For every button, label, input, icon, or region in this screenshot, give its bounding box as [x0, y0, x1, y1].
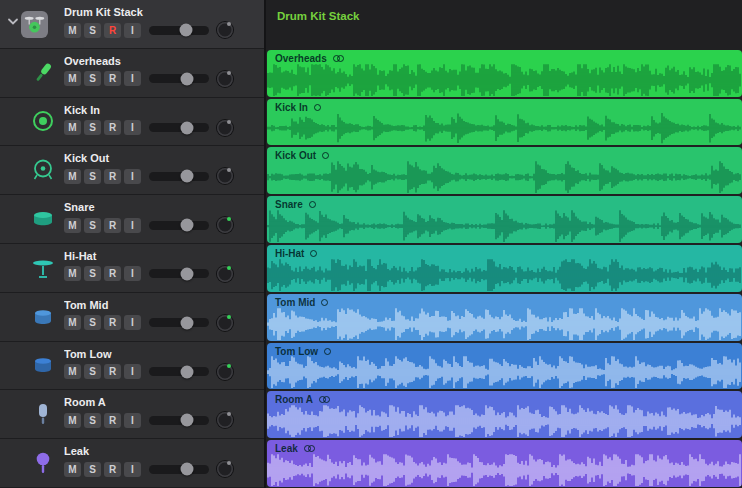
track-name[interactable]: Tom Low [64, 348, 258, 360]
pan-knob[interactable] [217, 266, 233, 282]
record-enable-button[interactable]: R [104, 71, 121, 86]
track-name[interactable]: Snare [64, 201, 258, 213]
track-name[interactable]: Tom Mid [64, 299, 258, 311]
record-enable-button[interactable]: R [104, 364, 121, 379]
track-header-kick-out[interactable]: Kick Out M S R I [0, 146, 264, 195]
solo-button[interactable]: S [84, 315, 101, 330]
input-monitor-button[interactable]: I [124, 462, 141, 477]
track-header-drum-kit-stack[interactable]: Drum Kit Stack M S R I [0, 0, 264, 49]
solo-button[interactable]: S [84, 266, 101, 281]
solo-button[interactable]: S [84, 120, 101, 135]
track-header-snare[interactable]: Snare M S R I [0, 195, 264, 244]
region-kick-in[interactable]: Kick In [267, 99, 742, 146]
solo-button[interactable]: S [84, 462, 101, 477]
volume-slider[interactable] [149, 269, 209, 278]
pan-knob[interactable] [217, 315, 233, 331]
mute-button[interactable]: M [64, 315, 81, 330]
input-monitor-button[interactable]: I [124, 315, 141, 330]
input-monitor-button[interactable]: I [124, 218, 141, 233]
record-enable-button[interactable]: R [104, 120, 121, 135]
mute-button[interactable]: M [64, 120, 81, 135]
mute-button[interactable]: M [64, 413, 81, 428]
solo-button[interactable]: S [84, 364, 101, 379]
slider-thumb[interactable] [180, 121, 193, 134]
volume-slider[interactable] [149, 172, 209, 181]
solo-button[interactable]: S [84, 23, 101, 38]
volume-slider[interactable] [149, 123, 209, 132]
track-header-tom-low[interactable]: Tom Low M S R I [0, 342, 264, 391]
record-enable-button[interactable]: R [104, 218, 121, 233]
region-tom-mid[interactable]: Tom Mid [267, 294, 742, 341]
mute-button[interactable]: M [64, 266, 81, 281]
track-name[interactable]: Leak [64, 445, 258, 457]
pan-knob[interactable] [217, 364, 233, 380]
track-name[interactable]: Kick Out [64, 152, 258, 164]
mute-button[interactable]: M [64, 364, 81, 379]
record-enable-button[interactable]: R [104, 462, 121, 477]
track-header-leak[interactable]: Leak M S R I [0, 439, 264, 488]
track-name[interactable]: Hi-Hat [64, 250, 258, 262]
solo-button[interactable]: S [84, 218, 101, 233]
input-monitor-button[interactable]: I [124, 169, 141, 184]
input-monitor-button[interactable]: I [124, 266, 141, 281]
solo-button[interactable]: S [84, 169, 101, 184]
record-enable-button[interactable]: R [104, 23, 121, 38]
drum-kit-icon[interactable] [21, 11, 48, 38]
volume-slider[interactable] [149, 74, 209, 83]
region-overheads[interactable]: Overheads [267, 50, 742, 97]
input-monitor-button[interactable]: I [124, 364, 141, 379]
track-header-room-a[interactable]: Room A M S R I [0, 390, 264, 439]
volume-slider[interactable] [149, 416, 209, 425]
volume-slider[interactable] [149, 367, 209, 376]
region-snare[interactable]: Snare [267, 196, 742, 243]
region-kick-out[interactable]: Kick Out [267, 147, 742, 194]
slider-thumb[interactable] [180, 24, 193, 37]
record-enable-button[interactable]: R [104, 266, 121, 281]
region-hi-hat[interactable]: Hi-Hat [267, 245, 742, 292]
slider-thumb[interactable] [180, 72, 193, 85]
pan-knob[interactable] [217, 412, 233, 428]
pan-knob[interactable] [217, 217, 233, 233]
track-name[interactable]: Kick In [64, 104, 258, 116]
track-name[interactable]: Room A [64, 396, 258, 408]
volume-slider[interactable] [149, 318, 209, 327]
record-enable-button[interactable]: R [104, 413, 121, 428]
input-monitor-button[interactable]: I [124, 71, 141, 86]
slider-thumb[interactable] [180, 463, 193, 476]
track-name[interactable]: Drum Kit Stack [64, 6, 258, 18]
pan-knob[interactable] [217, 168, 233, 184]
solo-button[interactable]: S [84, 71, 101, 86]
slider-thumb[interactable] [180, 219, 193, 232]
mute-button[interactable]: M [64, 71, 81, 86]
record-enable-button[interactable]: R [104, 169, 121, 184]
slider-thumb[interactable] [180, 170, 193, 183]
chevron-down-icon[interactable] [7, 13, 19, 23]
mute-button[interactable]: M [64, 169, 81, 184]
volume-slider[interactable] [149, 465, 209, 474]
track-header-kick-in[interactable]: Kick In M S R I [0, 98, 264, 147]
pan-knob[interactable] [217, 120, 233, 136]
track-header-tom-mid[interactable]: Tom Mid M S R I [0, 293, 264, 342]
input-monitor-button[interactable]: I [124, 120, 141, 135]
pan-knob[interactable] [217, 22, 233, 38]
slider-thumb[interactable] [180, 316, 193, 329]
stack-summary-row[interactable]: Drum Kit Stack [267, 0, 742, 49]
mute-button[interactable]: M [64, 462, 81, 477]
solo-button[interactable]: S [84, 413, 101, 428]
slider-thumb[interactable] [180, 414, 193, 427]
mute-button[interactable]: M [64, 218, 81, 233]
region-leak[interactable]: Leak [267, 440, 742, 487]
mute-button[interactable]: M [64, 23, 81, 38]
pan-knob[interactable] [217, 461, 233, 477]
region-tom-low[interactable]: Tom Low [267, 343, 742, 390]
track-header-hi-hat[interactable]: Hi-Hat M S R I [0, 244, 264, 293]
input-monitor-button[interactable]: I [124, 413, 141, 428]
track-header-overheads[interactable]: Overheads M S R I [0, 49, 264, 98]
slider-thumb[interactable] [180, 267, 193, 280]
record-enable-button[interactable]: R [104, 315, 121, 330]
pan-knob[interactable] [217, 71, 233, 87]
track-name[interactable]: Overheads [64, 55, 258, 67]
volume-slider[interactable] [149, 221, 209, 230]
volume-slider[interactable] [149, 26, 209, 35]
region-room-a[interactable]: Room A [267, 391, 742, 438]
